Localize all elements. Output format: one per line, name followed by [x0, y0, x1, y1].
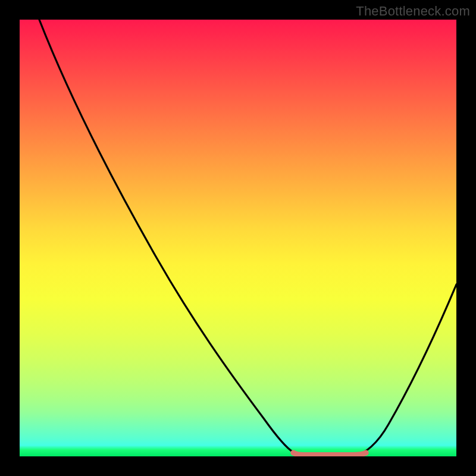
bottleneck-curve [20, 20, 456, 456]
svg-point-0 [291, 450, 296, 456]
chart-frame: TheBottleneck.com [0, 0, 476, 476]
svg-point-1 [364, 450, 369, 456]
watermark-text: TheBottleneck.com [356, 4, 470, 19]
plot-area [20, 20, 456, 456]
